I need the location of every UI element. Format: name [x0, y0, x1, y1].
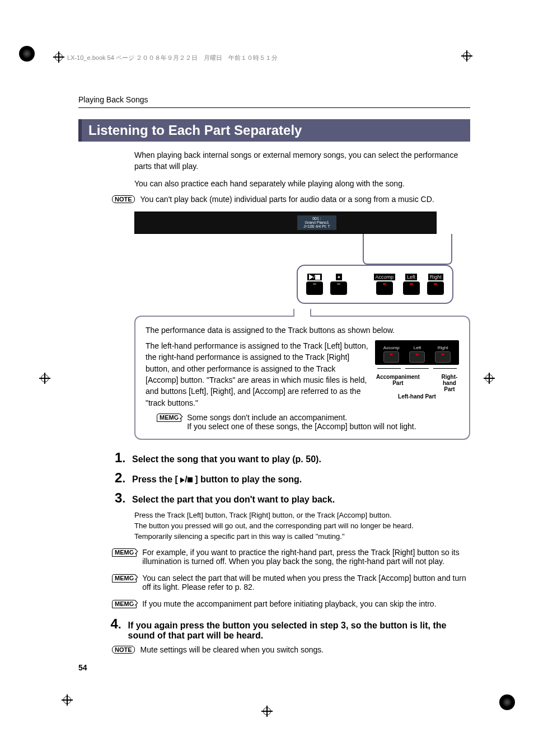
- note-text-1: You can't play back (mute) individual pa…: [140, 195, 434, 204]
- panel-lcd-line2: Grand Piano1: [305, 220, 329, 224]
- panel-callout-wrap: / ● Accomp Left Right: [134, 234, 437, 312]
- breadcrumb: Playing Back Songs: [78, 95, 470, 104]
- step-3-memo-1: For example, if you want to practice the…: [142, 548, 470, 566]
- panel-accomp-button: Accomp: [374, 274, 396, 295]
- step-2-number: 2.: [109, 470, 125, 486]
- panel-lcd: 001 : Grand Piano1 J=100 4/4 Pt: T: [297, 215, 336, 230]
- crosshair-tr: [461, 50, 472, 62]
- step-4-heading: If you again press the button you select…: [128, 621, 471, 641]
- breadcrumb-underline: [78, 107, 470, 108]
- intro-paragraph-1: When playing back internal songs or exte…: [134, 149, 465, 172]
- stop-icon: [188, 477, 193, 482]
- panel-playstop-label: /: [307, 274, 322, 281]
- legend-accomp: Accompaniment Part: [375, 373, 421, 393]
- infobox-memo-line2: If you select one of these songs, the [A…: [187, 422, 416, 431]
- infobox-memo-line1: Some songs don't include an accompanimen…: [187, 413, 416, 422]
- panel-right-label: Right: [428, 274, 443, 280]
- play-stop-icon: [306, 281, 323, 295]
- step-3-memo-2: You can select the part that will be mut…: [142, 574, 470, 591]
- step-3-body-2: The button you pressed will go out, and …: [134, 521, 470, 532]
- record-icon: [330, 281, 347, 295]
- memo-badge: MEMO: [112, 600, 137, 608]
- panel-lcd-line1: 001 :: [312, 217, 321, 220]
- intro-paragraph-2: You can also practice each hand separate…: [134, 178, 465, 189]
- panel-playstop-button: /: [306, 274, 323, 295]
- step-4-note: Mute settings will be cleared when you s…: [140, 645, 324, 654]
- step-3-body-3: Temporarily silencing a specific part in…: [134, 532, 470, 542]
- crosshair-bottom-center: [261, 706, 273, 717]
- step-3-heading: Select the part that you don't want to p…: [132, 495, 335, 505]
- infobox-p1: The performance data is assigned to the …: [146, 325, 459, 336]
- step-3-memo-3: If you mute the accompaniment part befor…: [142, 599, 436, 608]
- section-title: Listening to Each Part Separately: [78, 119, 470, 142]
- legend-left: Left-hand Part: [375, 393, 459, 400]
- crosshair-mid-left: [39, 373, 50, 384]
- panel-rec-label: ●: [336, 274, 342, 280]
- step-1-heading: Select the song that you want to play (p…: [132, 454, 321, 464]
- memo-badge: MEMO: [112, 548, 137, 557]
- panel-left-button: Left: [403, 274, 420, 295]
- step-2-heading: Press the [ / ] button to play the song.: [132, 475, 302, 485]
- fig-right-button-icon: [435, 351, 451, 363]
- step-3-body-1: Press the Track [Left] button, Track [Ri…: [134, 510, 470, 521]
- info-box: The performance data is assigned to the …: [134, 316, 470, 440]
- panel-lcd-line3: J=100 4/4 Pt: T: [303, 224, 330, 228]
- crosshair-bl: [62, 694, 73, 706]
- instrument-panel-illustration: 001 : Grand Piano1 J=100 4/4 Pt: T: [134, 212, 437, 234]
- legend-right: Right-hand Part: [440, 373, 459, 393]
- play-icon: [180, 477, 185, 483]
- crosshair-header: [53, 51, 64, 63]
- step-2-text-a: Press the [: [132, 475, 180, 484]
- right-button-icon: [427, 281, 444, 295]
- panel-accomp-label: Accomp: [374, 274, 396, 280]
- print-header-line: LX-10_e.book 54 ページ ２００８年９月２２日 月曜日 午前１０時…: [67, 54, 278, 62]
- registration-mark-tl: [19, 46, 35, 62]
- step-4-number: 4.: [109, 616, 121, 632]
- panel-left-label: Left: [405, 274, 417, 280]
- memo-badge: MEMO: [112, 574, 137, 583]
- step-3-number: 3.: [109, 490, 125, 506]
- crosshair-mid-right: [484, 373, 495, 384]
- step-1-number: 1.: [109, 450, 125, 466]
- fig-left-label: Left: [414, 345, 421, 350]
- accomp-button-icon: [376, 281, 393, 295]
- page-number: 54: [78, 663, 87, 672]
- note-badge: NOTE: [112, 646, 135, 654]
- registration-mark-br: [499, 694, 515, 710]
- note-badge: NOTE: [112, 195, 135, 203]
- fig-accomp-button-icon: [383, 351, 399, 363]
- fig-left-button-icon: [409, 351, 425, 363]
- step-2-text-b: ] button to play the song.: [195, 475, 302, 484]
- left-button-icon: [403, 281, 420, 295]
- panel-right-button: Right: [427, 274, 444, 295]
- fig-right-label: Right: [438, 345, 448, 350]
- fig-accomp-label: Accomp: [383, 345, 400, 350]
- panel-rec-button: ●: [330, 274, 347, 295]
- panel-callout: / ● Accomp Left Right: [297, 265, 453, 304]
- callout-connector: [363, 234, 452, 265]
- track-buttons-figure: Accomp Left Right Accompaniment Part Rig…: [375, 340, 459, 400]
- memo-badge: MEMO: [157, 414, 181, 422]
